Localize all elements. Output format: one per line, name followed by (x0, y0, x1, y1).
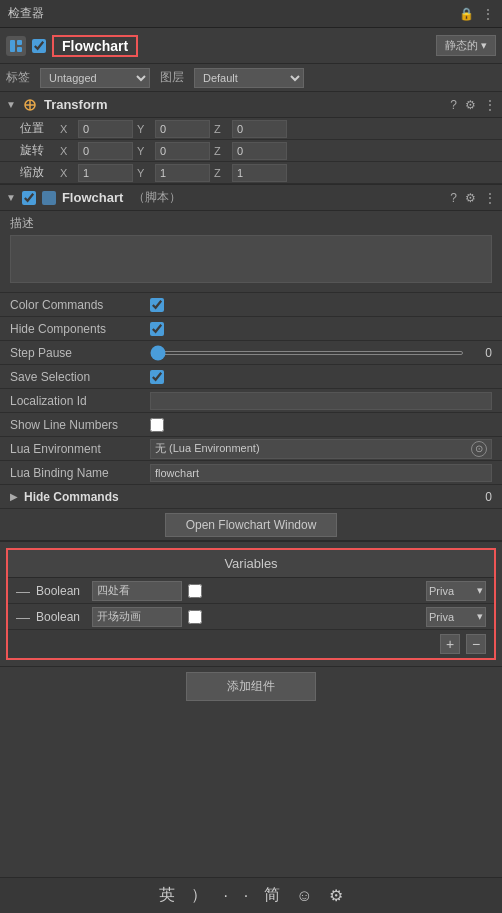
variable-row-1: — Boolean Priva ▾ (8, 578, 494, 604)
rotation-label: 旋转 (20, 142, 60, 159)
rotation-xyz: X Y Z (60, 142, 492, 160)
variables-section: Variables — Boolean Priva ▾ — Boolean Pr… (6, 548, 496, 660)
step-pause-row: Step Pause 0 (0, 341, 502, 365)
object-active-checkbox[interactable] (32, 39, 46, 53)
position-y-input[interactable] (155, 120, 210, 138)
show-line-numbers-checkbox[interactable] (150, 418, 164, 432)
scale-z-input[interactable] (232, 164, 287, 182)
scale-label: 缩放 (20, 164, 60, 181)
step-pause-label: Step Pause (10, 346, 150, 360)
lock-icon[interactable]: 🔒 (459, 7, 474, 21)
top-bar: 检查器 🔒 ⋮ (0, 0, 502, 28)
var1-access-dropdown[interactable]: Priva ▾ (426, 581, 486, 601)
localization-id-row: Localization Id (0, 389, 502, 413)
transform-header[interactable]: ▼ Transform ? ⚙ ⋮ (0, 92, 502, 118)
save-selection-label: Save Selection (10, 370, 150, 384)
save-selection-row: Save Selection (0, 365, 502, 389)
transform-actions: ? ⚙ ⋮ (450, 98, 496, 112)
lua-environment-circle-icon[interactable]: ⊙ (471, 441, 487, 457)
scale-row: 缩放 X Y Z (0, 162, 502, 184)
bottom-bar-item-smile[interactable]: ☺ (296, 887, 312, 905)
tag-label: 标签 (6, 69, 30, 86)
script-active-checkbox[interactable] (22, 191, 36, 205)
script-help-icon[interactable]: ? (450, 191, 457, 205)
transform-settings-icon[interactable]: ⚙ (465, 98, 476, 112)
color-commands-row: Color Commands (0, 293, 502, 317)
position-z-label: Z (214, 123, 228, 135)
position-y-label: Y (137, 123, 151, 135)
bottom-bar-item-ying[interactable]: 英 (159, 885, 175, 906)
lua-environment-label: Lua Environment (10, 442, 150, 456)
script-header[interactable]: ▼ Flowchart （脚本） ? ⚙ ⋮ (0, 185, 502, 211)
lua-binding-name-input[interactable] (150, 464, 492, 482)
rotation-z-input[interactable] (232, 142, 287, 160)
static-button[interactable]: 静态的 ▾ (436, 35, 496, 56)
bottom-bar-item-jian[interactable]: 简 (264, 885, 280, 906)
scale-y-input[interactable] (155, 164, 210, 182)
hide-commands-label: Hide Commands (24, 490, 485, 504)
rotation-y-input[interactable] (155, 142, 210, 160)
script-section: ▼ Flowchart （脚本） ? ⚙ ⋮ 描述 Color Commands… (0, 185, 502, 542)
var2-name-input[interactable] (92, 607, 182, 627)
save-selection-checkbox[interactable] (150, 370, 164, 384)
var-add-row: + − (8, 630, 494, 658)
bottom-bar-item-settings-icon[interactable]: ⚙ (329, 886, 343, 905)
object-row: Flowchart 静态的 ▾ (0, 28, 502, 64)
rotation-x-label: X (60, 145, 74, 157)
position-z-input[interactable] (232, 120, 287, 138)
transform-section: ▼ Transform ? ⚙ ⋮ 位置 X Y Z 旋转 (0, 92, 502, 185)
tag-select[interactable]: Untagged (40, 68, 150, 88)
localization-id-input[interactable] (150, 392, 492, 410)
hide-components-checkbox[interactable] (150, 322, 164, 336)
position-label: 位置 (20, 120, 60, 137)
rotation-z-label: Z (214, 145, 228, 157)
static-label: 静态的 (445, 38, 478, 53)
variables-title: Variables (224, 556, 277, 571)
color-commands-checkbox[interactable] (150, 298, 164, 312)
scale-x-input[interactable] (78, 164, 133, 182)
script-subtitle: （脚本） (133, 189, 181, 206)
layer-select[interactable]: Default (194, 68, 304, 88)
bottom-bar: 英 ） · · 简 ☺ ⚙ (0, 877, 502, 913)
top-bar-title: 检查器 (8, 5, 44, 22)
transform-icon (22, 97, 38, 113)
hide-commands-row: ▶ Hide Commands 0 (0, 485, 502, 509)
var1-name-input[interactable] (92, 581, 182, 601)
var2-dropdown-icon: ▾ (477, 610, 483, 623)
scale-y-label: Y (137, 167, 151, 179)
var1-access-label: Priva (429, 585, 454, 597)
svg-rect-2 (17, 47, 22, 52)
lua-binding-name-label: Lua Binding Name (10, 466, 150, 480)
var2-access-dropdown[interactable]: Priva ▾ (426, 607, 486, 627)
color-commands-label: Color Commands (10, 298, 150, 312)
variables-header: Variables (8, 550, 494, 578)
lua-binding-name-row: Lua Binding Name (0, 461, 502, 485)
position-xyz: X Y Z (60, 120, 492, 138)
transform-more-icon[interactable]: ⋮ (484, 98, 496, 112)
var1-checkbox[interactable] (188, 584, 202, 598)
open-flowchart-row: Open Flowchart Window (0, 509, 502, 541)
transform-arrow-icon: ▼ (6, 99, 16, 110)
open-flowchart-button[interactable]: Open Flowchart Window (165, 513, 338, 537)
menu-icon[interactable]: ⋮ (482, 7, 494, 21)
var-add-button[interactable]: + (440, 634, 460, 654)
svg-rect-0 (10, 40, 15, 52)
var1-dash-icon: — (16, 583, 30, 599)
describe-textarea[interactable] (10, 235, 492, 283)
var-remove-button[interactable]: − (466, 634, 486, 654)
add-component-button[interactable]: 添加组件 (186, 672, 316, 701)
transform-help-icon[interactable]: ? (450, 98, 457, 112)
rotation-x-input[interactable] (78, 142, 133, 160)
script-more-icon[interactable]: ⋮ (484, 191, 496, 205)
lua-environment-field[interactable]: 无 (Lua Environment) ⊙ (150, 439, 492, 459)
var2-checkbox[interactable] (188, 610, 202, 624)
script-settings-icon[interactable]: ⚙ (465, 191, 476, 205)
hide-commands-value: 0 (485, 490, 492, 504)
bottom-bar-item-dot2: · (244, 887, 248, 905)
object-icon (6, 36, 26, 56)
top-bar-icons: 🔒 ⋮ (459, 7, 494, 21)
tag-layer-row: 标签 Untagged 图层 Default (0, 64, 502, 92)
step-pause-slider[interactable] (150, 351, 464, 355)
position-x-input[interactable] (78, 120, 133, 138)
svg-rect-1 (17, 40, 22, 45)
